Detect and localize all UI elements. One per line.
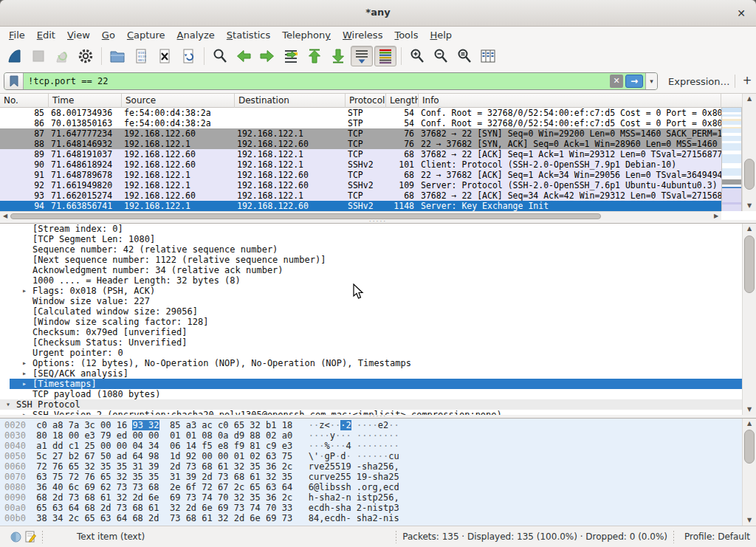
detail-line[interactable]: Urgent pointer: 0 [0, 348, 756, 358]
hex-row[interactable]: 0050 5c 27 b2 67 50 ad 64 98 1d 92 00 00… [4, 451, 756, 461]
scroll-right-icon[interactable]: ▶ [711, 212, 721, 220]
scroll-up-icon[interactable]: ▲ [743, 224, 756, 234]
hex-row[interactable]: 0040 a1 dd c1 25 00 00 04 34 06 14 f5 e8… [4, 441, 756, 451]
zoom-original-icon[interactable] [453, 46, 475, 66]
open-file-icon[interactable] [106, 46, 128, 66]
filter-apply-button[interactable]: → [625, 75, 643, 88]
packet-row[interactable]: 8771.647777234192.168.122.60192.168.122.… [0, 128, 721, 139]
go-last-icon[interactable] [327, 46, 349, 66]
menu-view[interactable]: View [61, 28, 96, 42]
go-back-icon[interactable] [233, 46, 255, 66]
menu-file[interactable]: File [3, 28, 31, 42]
close-window-icon[interactable]: ✕ [734, 6, 749, 21]
save-file-icon[interactable]: 010101100011 [130, 46, 152, 66]
packet-row[interactable]: 8971.648191037192.168.122.60192.168.122.… [0, 149, 721, 159]
start-capture-icon[interactable] [4, 46, 26, 66]
column-header-no[interactable]: No. [0, 94, 49, 108]
scroll-thumb[interactable] [744, 430, 755, 464]
intelligent-scrollbar-minimap[interactable] [721, 108, 742, 211]
colorize-icon[interactable] [374, 46, 396, 66]
add-filter-button[interactable]: + [741, 74, 753, 87]
expander-closed-icon[interactable]: ▸ [22, 286, 27, 296]
detail-line[interactable]: ▸[SEQ/ACK analysis] [0, 368, 756, 379]
scroll-down-icon[interactable]: ▼ [743, 405, 756, 415]
filter-dropdown-caret-icon[interactable]: ▾ [645, 73, 657, 89]
detail-line[interactable]: 1000 .... = Header Length: 32 bytes (8) [0, 275, 756, 286]
hex-row[interactable]: 0030 80 18 00 e3 79 ed 00 00 01 01 08 0a… [4, 430, 756, 441]
column-header-time[interactable]: Time [49, 94, 122, 108]
scroll-left-icon[interactable]: ◀ [0, 212, 10, 220]
detail-line[interactable]: ▸Options: (12 bytes), No-Operation (NOP)… [0, 358, 756, 368]
detail-line[interactable]: Checksum: 0x79ed [unverified] [0, 327, 756, 337]
detail-line[interactable]: ▸Flags: 0x018 (PSH, ACK) [0, 286, 756, 296]
filter-clear-button[interactable]: ✕ [610, 75, 623, 88]
menu-capture[interactable]: Capture [121, 28, 171, 42]
column-header-info[interactable]: Info [419, 94, 721, 108]
detail-line[interactable]: ▾SSH Protocol [0, 399, 756, 410]
scroll-up-icon[interactable]: ▲ [743, 94, 756, 104]
title-bar[interactable]: *any ✕ [0, 0, 756, 27]
expander-closed-icon[interactable]: ▸ [22, 358, 27, 368]
menu-go[interactable]: Go [96, 28, 121, 42]
detail-line[interactable]: ▸[Timestamps] [0, 379, 756, 389]
expander-closed-icon[interactable]: ▸ [22, 368, 27, 379]
scroll-down-icon[interactable]: ▼ [743, 201, 756, 211]
scroll-thumb[interactable] [744, 235, 755, 293]
packet-row[interactable]: 9171.648789678192.168.122.1192.168.122.6… [0, 170, 721, 180]
zoom-in-icon[interactable] [406, 46, 428, 66]
profile-status[interactable]: Profile: Default [684, 531, 750, 542]
hscroll-thumb[interactable] [10, 213, 601, 219]
find-packet-icon[interactable] [209, 46, 231, 66]
column-header-destination[interactable]: Destination [235, 94, 346, 108]
packet-row[interactable]: 9071.648618924192.168.122.60192.168.122.… [0, 159, 721, 170]
detail-line[interactable]: [Checksum Status: Unverified] [0, 337, 756, 348]
hex-row[interactable]: 0080 36 40 6c 69 62 73 73 68 2e 6f 72 67… [4, 482, 756, 492]
column-header-protocol[interactable]: Protocol [346, 94, 386, 108]
packet-row[interactable]: 9271.661949820192.168.122.1192.168.122.6… [0, 180, 721, 190]
go-to-packet-icon[interactable] [280, 46, 302, 66]
go-forward-icon[interactable] [256, 46, 278, 66]
menu-wireless[interactable]: Wireless [337, 28, 388, 42]
capture-comment-icon[interactable] [25, 531, 36, 543]
detail-line[interactable]: [Next sequence number: 1122 (relative se… [0, 255, 756, 265]
resize-columns-icon[interactable] [477, 46, 499, 66]
filter-bookmark-button[interactable] [4, 73, 24, 89]
packet-list-vscrollbar[interactable]: ▲ ▼ [742, 94, 756, 211]
column-header-length[interactable]: Length [386, 94, 419, 108]
stop-capture-icon[interactable] [27, 46, 49, 66]
menu-analyze[interactable]: Analyze [171, 28, 221, 42]
auto-scroll-icon[interactable] [351, 46, 373, 66]
packet-row[interactable]: 9471.663856741192.168.122.1192.168.122.6… [0, 201, 721, 211]
expander-open-icon[interactable]: ▾ [6, 399, 10, 410]
detail-line[interactable]: Window size value: 227 [0, 296, 756, 306]
hex-row[interactable]: 0070 63 75 72 76 65 32 35 35 31 39 2d 73… [4, 472, 756, 482]
menu-help[interactable]: Help [424, 28, 458, 42]
menu-edit[interactable]: Edit [31, 28, 61, 42]
detail-line[interactable]: Sequence number: 42 (relative sequence n… [0, 244, 756, 255]
packet-row[interactable]: 8568.001734936fe:54:00:d4:38:2aSTP54Conf… [0, 108, 721, 118]
hex-row[interactable]: 0020 c0 a8 7a 3c 00 16 93 32 85 a3 ac c0… [4, 420, 756, 430]
menu-tools[interactable]: Tools [388, 28, 424, 42]
go-first-icon[interactable] [303, 46, 326, 66]
packet-row[interactable]: 8670.013850163fe:54:00:d4:38:2aSTP54Conf… [0, 118, 721, 128]
expert-info-icon[interactable] [10, 531, 21, 543]
menu-statistics[interactable]: Statistics [221, 28, 276, 42]
capture-options-icon[interactable] [75, 46, 97, 66]
bytes-vscrollbar[interactable]: ▲ ▼ [742, 419, 756, 526]
scroll-thumb[interactable] [744, 159, 755, 190]
details-vscrollbar[interactable]: ▲ ▼ [742, 224, 756, 415]
expression-button[interactable]: Expression… [668, 76, 730, 87]
hex-row[interactable]: 0090 68 2d 73 68 61 32 2d 6e 69 73 74 70… [4, 492, 756, 503]
close-file-icon[interactable] [154, 46, 176, 66]
detail-line[interactable]: Acknowledgment number: 34 (relative ack … [0, 265, 756, 275]
detail-line[interactable]: [Calculated window size: 29056] [0, 306, 756, 317]
expander-closed-icon[interactable]: ▸ [22, 379, 27, 389]
hex-row[interactable]: 0060 72 76 65 32 35 35 31 39 2d 73 68 61… [4, 461, 756, 472]
menu-telephony[interactable]: Telephony [276, 28, 337, 42]
packet-row[interactable]: 8871.648146932192.168.122.1192.168.122.6… [0, 139, 721, 149]
detail-line[interactable]: ▸SSH Version 2 (encryption:chacha20_poly… [0, 410, 756, 415]
zoom-out-icon[interactable] [430, 46, 452, 66]
packet-row[interactable]: 9371.662015274192.168.122.60192.168.122.… [0, 190, 721, 201]
hex-row[interactable]: 00a0 65 63 64 68 2d 73 68 61 32 2d 6e 69… [4, 503, 756, 513]
packet-list-hscrollbar[interactable]: ◀ ▶ [0, 211, 721, 220]
